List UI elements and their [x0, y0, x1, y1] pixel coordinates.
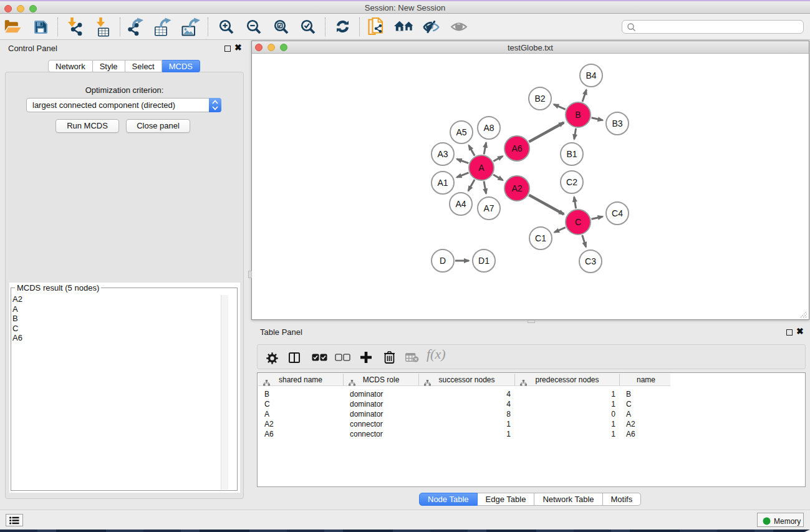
svg-text:A8: A8 [483, 123, 494, 133]
svg-text:A3: A3 [437, 149, 448, 159]
svg-text:B: B [575, 110, 581, 120]
svg-text:B2: B2 [534, 94, 545, 104]
svg-text:A2: A2 [511, 183, 522, 193]
svg-text:C4: C4 [612, 208, 623, 218]
svg-text:D1: D1 [478, 256, 489, 266]
svg-text:B4: B4 [586, 70, 596, 80]
svg-text:A6: A6 [511, 143, 522, 153]
svg-text:A4: A4 [455, 199, 466, 209]
svg-text:A5: A5 [456, 127, 466, 137]
svg-text:B3: B3 [612, 118, 622, 128]
svg-text:C3: C3 [585, 256, 596, 266]
svg-text:C1: C1 [535, 233, 546, 243]
svg-text:B1: B1 [566, 149, 577, 159]
svg-text:A1: A1 [437, 178, 448, 188]
svg-text:A7: A7 [483, 203, 494, 213]
svg-text:C: C [575, 217, 581, 227]
svg-text:D: D [440, 256, 446, 266]
svg-text:A: A [478, 163, 485, 173]
svg-text:C2: C2 [566, 177, 577, 187]
